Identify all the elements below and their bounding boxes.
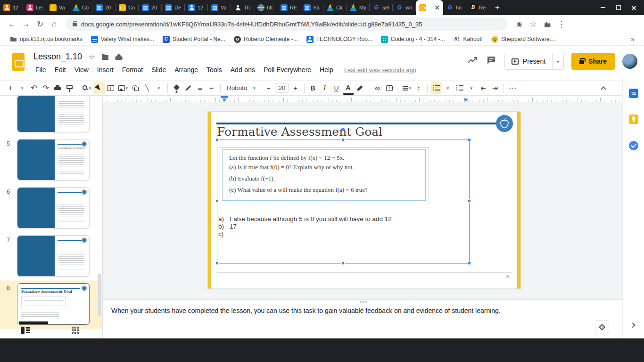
speaker-notes-text[interactable]: When your students have completed the le… <box>111 307 564 314</box>
menu-item[interactable]: Format <box>118 65 147 75</box>
add-comment-icon[interactable] <box>384 82 395 94</box>
move-to-folder-icon[interactable] <box>102 55 108 60</box>
increase-indent-icon[interactable] <box>489 82 501 94</box>
bookmark-item[interactable]: TECHNOLOGY Roo... <box>302 34 377 44</box>
bulleted-list-dropdown-icon[interactable] <box>466 82 477 94</box>
align-icon[interactable] <box>401 82 413 94</box>
browser-menu-icon[interactable] <box>554 17 569 31</box>
resize-handle[interactable] <box>215 138 219 141</box>
line-spacing-icon[interactable] <box>413 82 424 94</box>
bookmark-star-icon[interactable] <box>526 17 540 31</box>
filmstrip-scrollbar[interactable] <box>98 273 101 316</box>
slide-thumbnail-row[interactable]: 5 Introducing Function Notation <box>0 139 102 181</box>
resize-handle[interactable] <box>341 262 345 265</box>
menu-item[interactable]: Add-ons <box>226 65 259 75</box>
activity-trend-icon[interactable] <box>467 55 478 68</box>
last-edit-status[interactable]: Last edit was seconds ago <box>344 66 416 74</box>
ruler-left-indent-marker[interactable] <box>222 99 227 104</box>
fill-color-icon[interactable] <box>171 82 182 94</box>
menu-item[interactable]: View <box>70 65 93 75</box>
text-box-icon[interactable] <box>105 82 116 94</box>
slide-thumbnail[interactable] <box>17 235 90 277</box>
speaker-notes-panel[interactable]: When your students have completed the le… <box>103 299 622 338</box>
slide-thumbnail[interactable] <box>17 187 90 229</box>
bookmarks-overflow-icon[interactable]: » <box>627 35 638 43</box>
browser-tab[interactable]: Co <box>116 0 139 15</box>
resize-handle[interactable] <box>215 262 219 265</box>
browser-tab[interactable]: 20 <box>139 0 162 15</box>
numbered-list-dropdown-icon[interactable] <box>442 82 454 94</box>
browser-tab[interactable]: htt <box>254 0 277 15</box>
slide-thumbnail-row[interactable]: 7 <box>0 235 102 277</box>
bookmark-item[interactable]: C Student Portal - Ne... <box>158 34 230 44</box>
share-button[interactable]: Share <box>571 53 615 70</box>
slide-title-text[interactable]: Formative Assessment Goal <box>217 125 382 139</box>
browser-tab[interactable]: G wh <box>393 0 416 15</box>
insert-image-icon[interactable] <box>117 82 130 94</box>
menu-item[interactable]: Tools <box>202 65 226 75</box>
browser-tab[interactable]: RE <box>277 0 300 15</box>
highlight-color-icon[interactable] <box>355 82 366 94</box>
bookmark-item[interactable]: nps.k12.nj.us bookmarks <box>6 34 87 44</box>
window-restore-icon[interactable] <box>616 5 621 10</box>
notes-resize-handle[interactable] <box>363 301 364 303</box>
browser-tab[interactable]: B Re <box>466 0 489 15</box>
window-close-icon[interactable] <box>631 5 636 10</box>
numbered-list-icon[interactable] <box>430 82 442 94</box>
url-text[interactable]: docs.google.com/presentation/d/1wKF6Q6Ym… <box>81 21 422 28</box>
menu-item[interactable]: File <box>31 65 50 75</box>
font-size-field[interactable]: 20 <box>276 83 289 93</box>
menu-item[interactable]: Poll Everywhere <box>259 65 315 75</box>
resize-handle[interactable] <box>341 138 345 141</box>
decrease-indent-icon[interactable] <box>478 82 489 94</box>
border-dash-icon[interactable] <box>206 82 217 94</box>
select-cursor-icon[interactable] <box>93 82 105 94</box>
explore-button[interactable] <box>595 320 609 334</box>
user-avatar[interactable] <box>622 54 637 69</box>
more-options-icon[interactable] <box>507 82 518 94</box>
text-color-icon[interactable] <box>343 82 354 95</box>
font-size-increase-icon[interactable] <box>290 82 301 94</box>
insert-line-icon[interactable] <box>141 82 153 94</box>
keep-icon[interactable] <box>629 115 638 124</box>
horizontal-ruler[interactable] <box>103 96 622 102</box>
back-icon[interactable] <box>5 17 19 31</box>
browser-tab[interactable]: 12 <box>0 0 23 15</box>
document-title[interactable]: Lesson_1.10 <box>33 52 82 62</box>
zoom-icon[interactable] <box>81 82 93 94</box>
new-slide-dropdown-icon[interactable] <box>17 82 28 94</box>
browser-tab[interactable]: G ho <box>443 0 466 15</box>
border-weight-icon[interactable] <box>194 82 206 94</box>
slide-thumbnail-row[interactable]: 6 <box>0 187 102 229</box>
comment-history-icon[interactable] <box>486 55 497 68</box>
extensions-icon[interactable] <box>540 17 554 31</box>
menu-item[interactable]: Edit <box>50 65 70 75</box>
problem-image[interactable]: Let the function f be defined by f(x) = … <box>219 147 429 203</box>
filmstrip-scroll-indicator[interactable] <box>19 321 48 324</box>
window-minimize-icon[interactable] <box>600 5 605 10</box>
browser-tab[interactable]: Les <box>23 0 46 15</box>
font-family-select[interactable]: Roboto <box>223 82 257 94</box>
omnibox[interactable]: docs.google.com/presentation/d/1wKF6Q6Ym… <box>66 17 507 31</box>
bookmark-item[interactable]: Valery What makes... <box>87 34 158 44</box>
collapse-toolbar-icon[interactable] <box>598 82 609 94</box>
reload-icon[interactable] <box>33 17 47 31</box>
browser-tab[interactable] <box>416 0 443 15</box>
forward-icon[interactable] <box>19 17 33 31</box>
slide-thumbnail-row[interactable]: 8 Formative Assessment Goal <box>0 280 102 329</box>
grid-view-icon[interactable] <box>72 327 79 334</box>
browser-tab[interactable]: Va <box>208 0 231 15</box>
browser-tab[interactable]: De <box>162 0 185 15</box>
resize-handle[interactable] <box>468 199 471 203</box>
paint-format-icon[interactable] <box>64 82 75 94</box>
browser-tab[interactable]: Th <box>231 0 254 15</box>
bookmark-item[interactable]: G Roberto Clemente -... <box>230 34 302 44</box>
send-to-device-icon[interactable] <box>512 17 526 31</box>
resize-handle[interactable] <box>215 199 219 203</box>
slides-logo-icon[interactable] <box>12 53 25 71</box>
print-icon[interactable] <box>52 82 63 94</box>
bold-icon[interactable] <box>307 82 319 94</box>
rotation-handle[interactable] <box>341 128 345 131</box>
browser-tab[interactable]: My <box>347 0 370 15</box>
italic-icon[interactable] <box>319 82 330 94</box>
